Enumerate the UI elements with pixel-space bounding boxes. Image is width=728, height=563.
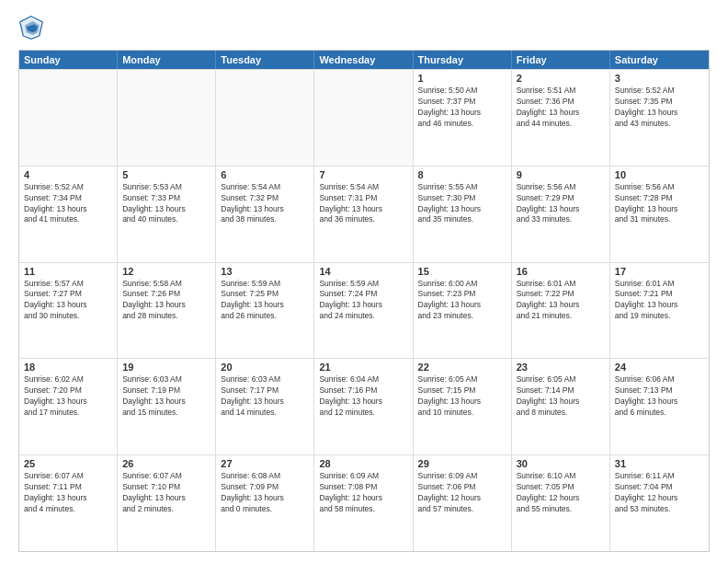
day-cell-15: 15Sunrise: 6:00 AM Sunset: 7:23 PM Dayli… bbox=[414, 263, 512, 359]
day-detail: Sunrise: 5:55 AM Sunset: 7:30 PM Dayligh… bbox=[418, 182, 506, 226]
day-number: 31 bbox=[615, 458, 704, 469]
day-detail: Sunrise: 6:08 AM Sunset: 7:09 PM Dayligh… bbox=[221, 471, 309, 515]
day-number: 16 bbox=[517, 266, 605, 277]
day-number: 18 bbox=[24, 362, 112, 373]
day-cell-5: 5Sunrise: 5:53 AM Sunset: 7:33 PM Daylig… bbox=[118, 167, 216, 262]
day-cell-29: 29Sunrise: 6:09 AM Sunset: 7:06 PM Dayli… bbox=[414, 455, 512, 551]
calendar-header: SundayMondayTuesdayWednesdayThursdayFrid… bbox=[19, 51, 709, 69]
day-detail: Sunrise: 6:07 AM Sunset: 7:11 PM Dayligh… bbox=[24, 471, 112, 515]
day-detail: Sunrise: 5:59 AM Sunset: 7:25 PM Dayligh… bbox=[221, 279, 309, 323]
day-number: 6 bbox=[221, 169, 309, 180]
calendar: SundayMondayTuesdayWednesdayThursdayFrid… bbox=[18, 50, 710, 552]
day-number: 2 bbox=[517, 73, 605, 84]
day-cell-23: 23Sunrise: 6:05 AM Sunset: 7:14 PM Dayli… bbox=[512, 359, 610, 454]
day-number: 11 bbox=[24, 266, 112, 277]
day-detail: Sunrise: 5:50 AM Sunset: 7:37 PM Dayligh… bbox=[418, 86, 506, 130]
day-cell-19: 19Sunrise: 6:03 AM Sunset: 7:19 PM Dayli… bbox=[118, 359, 216, 454]
day-number: 23 bbox=[517, 362, 605, 373]
day-number: 19 bbox=[122, 362, 210, 373]
day-detail: Sunrise: 5:53 AM Sunset: 7:33 PM Dayligh… bbox=[122, 182, 210, 226]
weekday-header-tuesday: Tuesday bbox=[216, 51, 314, 69]
day-cell-3: 3Sunrise: 5:52 AM Sunset: 7:35 PM Daylig… bbox=[610, 70, 709, 166]
calendar-row-4: 25Sunrise: 6:07 AM Sunset: 7:11 PM Dayli… bbox=[19, 454, 709, 551]
day-detail: Sunrise: 5:51 AM Sunset: 7:36 PM Dayligh… bbox=[517, 86, 605, 130]
day-cell-21: 21Sunrise: 6:04 AM Sunset: 7:16 PM Dayli… bbox=[314, 359, 413, 454]
day-detail: Sunrise: 6:09 AM Sunset: 7:08 PM Dayligh… bbox=[319, 471, 407, 515]
day-number: 8 bbox=[418, 169, 506, 180]
day-cell-13: 13Sunrise: 5:59 AM Sunset: 7:25 PM Dayli… bbox=[216, 263, 314, 359]
day-detail: Sunrise: 6:00 AM Sunset: 7:23 PM Dayligh… bbox=[418, 279, 506, 323]
day-cell-empty-0-3 bbox=[314, 70, 413, 166]
day-cell-empty-0-2 bbox=[216, 70, 314, 166]
day-detail: Sunrise: 5:54 AM Sunset: 7:32 PM Dayligh… bbox=[221, 182, 309, 226]
day-number: 29 bbox=[418, 458, 506, 469]
day-detail: Sunrise: 5:57 AM Sunset: 7:27 PM Dayligh… bbox=[24, 279, 112, 323]
day-cell-31: 31Sunrise: 6:11 AM Sunset: 7:04 PM Dayli… bbox=[610, 455, 709, 551]
weekday-header-saturday: Saturday bbox=[610, 51, 709, 69]
day-number: 1 bbox=[418, 73, 506, 84]
day-cell-28: 28Sunrise: 6:09 AM Sunset: 7:08 PM Dayli… bbox=[314, 455, 413, 551]
day-cell-empty-0-1 bbox=[118, 70, 216, 166]
day-number: 24 bbox=[615, 362, 704, 373]
day-number: 7 bbox=[319, 169, 407, 180]
calendar-row-0: 1Sunrise: 5:50 AM Sunset: 7:37 PM Daylig… bbox=[19, 69, 709, 166]
day-number: 30 bbox=[517, 458, 605, 469]
day-cell-7: 7Sunrise: 5:54 AM Sunset: 7:31 PM Daylig… bbox=[314, 167, 413, 262]
day-cell-2: 2Sunrise: 5:51 AM Sunset: 7:36 PM Daylig… bbox=[512, 70, 610, 166]
day-detail: Sunrise: 5:52 AM Sunset: 7:35 PM Dayligh… bbox=[615, 86, 704, 130]
day-cell-1: 1Sunrise: 5:50 AM Sunset: 7:37 PM Daylig… bbox=[414, 70, 512, 166]
day-detail: Sunrise: 6:04 AM Sunset: 7:16 PM Dayligh… bbox=[319, 374, 407, 419]
day-number: 27 bbox=[221, 458, 309, 469]
day-detail: Sunrise: 6:01 AM Sunset: 7:22 PM Dayligh… bbox=[517, 279, 605, 323]
weekday-header-wednesday: Wednesday bbox=[314, 51, 413, 69]
day-cell-11: 11Sunrise: 5:57 AM Sunset: 7:27 PM Dayli… bbox=[19, 263, 118, 359]
day-detail: Sunrise: 5:59 AM Sunset: 7:24 PM Dayligh… bbox=[319, 279, 407, 323]
calendar-body: 1Sunrise: 5:50 AM Sunset: 7:37 PM Daylig… bbox=[19, 69, 709, 551]
day-number: 10 bbox=[615, 169, 704, 180]
day-cell-20: 20Sunrise: 6:03 AM Sunset: 7:17 PM Dayli… bbox=[216, 359, 314, 454]
weekday-header-sunday: Sunday bbox=[19, 51, 118, 69]
day-cell-4: 4Sunrise: 5:52 AM Sunset: 7:34 PM Daylig… bbox=[19, 167, 118, 262]
day-detail: Sunrise: 5:52 AM Sunset: 7:34 PM Dayligh… bbox=[24, 182, 112, 226]
day-cell-16: 16Sunrise: 6:01 AM Sunset: 7:22 PM Dayli… bbox=[512, 263, 610, 359]
day-cell-empty-0-0 bbox=[19, 70, 118, 166]
day-detail: Sunrise: 6:01 AM Sunset: 7:21 PM Dayligh… bbox=[615, 279, 704, 323]
day-number: 3 bbox=[615, 73, 704, 84]
day-detail: Sunrise: 6:02 AM Sunset: 7:20 PM Dayligh… bbox=[24, 374, 112, 419]
day-detail: Sunrise: 5:58 AM Sunset: 7:26 PM Dayligh… bbox=[122, 279, 210, 323]
day-detail: Sunrise: 6:03 AM Sunset: 7:19 PM Dayligh… bbox=[122, 374, 210, 419]
day-cell-9: 9Sunrise: 5:56 AM Sunset: 7:29 PM Daylig… bbox=[512, 167, 610, 262]
day-detail: Sunrise: 6:09 AM Sunset: 7:06 PM Dayligh… bbox=[418, 471, 506, 515]
page: SundayMondayTuesdayWednesdayThursdayFrid… bbox=[0, 0, 728, 563]
day-number: 9 bbox=[517, 169, 605, 180]
day-detail: Sunrise: 6:03 AM Sunset: 7:17 PM Dayligh… bbox=[221, 374, 309, 419]
day-cell-6: 6Sunrise: 5:54 AM Sunset: 7:32 PM Daylig… bbox=[216, 167, 314, 262]
day-number: 25 bbox=[24, 458, 112, 469]
weekday-header-monday: Monday bbox=[118, 51, 216, 69]
day-number: 22 bbox=[418, 362, 506, 373]
day-cell-24: 24Sunrise: 6:06 AM Sunset: 7:13 PM Dayli… bbox=[610, 359, 709, 454]
day-number: 5 bbox=[122, 169, 210, 180]
day-detail: Sunrise: 5:56 AM Sunset: 7:28 PM Dayligh… bbox=[615, 182, 704, 226]
day-detail: Sunrise: 6:06 AM Sunset: 7:13 PM Dayligh… bbox=[615, 374, 704, 419]
day-detail: Sunrise: 6:05 AM Sunset: 7:15 PM Dayligh… bbox=[418, 374, 506, 419]
day-cell-14: 14Sunrise: 5:59 AM Sunset: 7:24 PM Dayli… bbox=[314, 263, 413, 359]
day-detail: Sunrise: 6:10 AM Sunset: 7:05 PM Dayligh… bbox=[517, 471, 605, 515]
weekday-header-friday: Friday bbox=[512, 51, 610, 69]
day-detail: Sunrise: 6:11 AM Sunset: 7:04 PM Dayligh… bbox=[615, 471, 704, 515]
day-number: 21 bbox=[319, 362, 407, 373]
day-cell-17: 17Sunrise: 6:01 AM Sunset: 7:21 PM Dayli… bbox=[610, 263, 709, 359]
calendar-row-1: 4Sunrise: 5:52 AM Sunset: 7:34 PM Daylig… bbox=[19, 166, 709, 262]
header bbox=[18, 15, 710, 40]
calendar-row-3: 18Sunrise: 6:02 AM Sunset: 7:20 PM Dayli… bbox=[19, 358, 709, 454]
day-number: 15 bbox=[418, 266, 506, 277]
day-detail: Sunrise: 5:54 AM Sunset: 7:31 PM Dayligh… bbox=[319, 182, 407, 226]
day-cell-8: 8Sunrise: 5:55 AM Sunset: 7:30 PM Daylig… bbox=[414, 167, 512, 262]
day-number: 14 bbox=[319, 266, 407, 277]
day-detail: Sunrise: 6:07 AM Sunset: 7:10 PM Dayligh… bbox=[122, 471, 210, 515]
logo-icon bbox=[18, 15, 44, 40]
day-cell-10: 10Sunrise: 5:56 AM Sunset: 7:28 PM Dayli… bbox=[610, 167, 709, 262]
day-number: 4 bbox=[24, 169, 112, 180]
day-number: 26 bbox=[122, 458, 210, 469]
day-cell-22: 22Sunrise: 6:05 AM Sunset: 7:15 PM Dayli… bbox=[414, 359, 512, 454]
